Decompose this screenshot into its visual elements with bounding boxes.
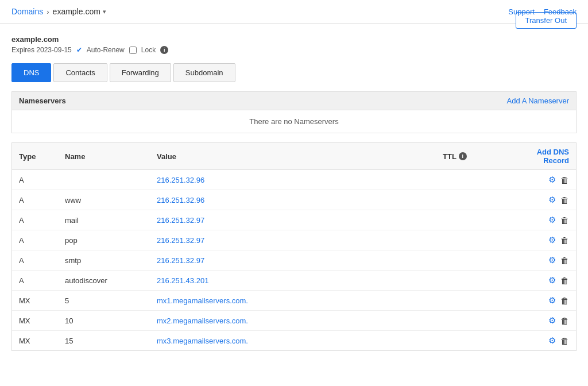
cell-type: A — [19, 276, 65, 285]
dns-records-table: Type Name Value TTL i Add DNS Record A 2… — [11, 142, 577, 351]
cell-actions: ⚙ 🗑 — [512, 175, 569, 185]
cell-type: A — [19, 216, 65, 225]
selected-domain-label: example.com — [53, 7, 100, 16]
cell-type: MX — [19, 296, 65, 305]
cell-value: 216.251.32.97 — [157, 256, 443, 265]
col-ttl: TTL i — [443, 152, 512, 161]
tab-subdomain[interactable]: Subdomain — [173, 63, 235, 82]
cell-type: A — [19, 196, 65, 204]
cell-value: 216.251.32.96 — [157, 196, 443, 204]
cell-actions: ⚙ 🗑 — [512, 335, 569, 346]
domain-selector[interactable]: example.com ▾ — [53, 7, 106, 16]
table-row: A smtp 216.251.32.97 ⚙ 🗑 — [12, 250, 576, 271]
cell-value: mx3.megamailservers.com. — [157, 337, 443, 345]
cell-name: mail — [65, 216, 157, 225]
col-type: Type — [19, 152, 65, 161]
add-nameserver-button[interactable]: Add A Nameserver — [507, 96, 569, 105]
nameservers-title: Nameservers — [19, 96, 66, 105]
cell-value: mx2.megamailservers.com. — [157, 316, 443, 325]
table-row: A pop 216.251.32.97 ⚙ 🗑 — [12, 230, 576, 250]
cell-value: mx1.megamailservers.com. — [157, 296, 443, 305]
cell-name: pop — [65, 236, 157, 245]
settings-icon[interactable]: ⚙ — [548, 335, 556, 346]
cell-name: www — [65, 196, 157, 204]
breadcrumb-separator: › — [47, 7, 49, 16]
cell-actions: ⚙ 🗑 — [512, 315, 569, 326]
ttl-info-icon[interactable]: i — [459, 152, 467, 160]
delete-icon[interactable]: 🗑 — [560, 296, 569, 306]
table-row: MX 5 mx1.megamailservers.com. ⚙ 🗑 — [12, 291, 576, 311]
cell-value: 216.251.43.201 — [157, 276, 443, 285]
settings-icon[interactable]: ⚙ — [548, 215, 556, 225]
tab-forwarding[interactable]: Forwarding — [110, 63, 171, 82]
header-actions: Support Feedback — [508, 7, 577, 16]
delete-icon[interactable]: 🗑 — [560, 175, 569, 185]
cell-actions: ⚙ 🗑 — [512, 195, 569, 205]
table-row: A autodiscover 216.251.43.201 ⚙ 🗑 — [12, 271, 576, 291]
domain-title: example.com — [11, 35, 577, 44]
nameservers-header: Nameservers Add A Nameserver — [12, 92, 576, 110]
auto-renew-label: Auto-Renew — [87, 46, 125, 54]
lock-checkbox[interactable] — [129, 47, 137, 54]
auto-renew-checkmark-icon: ✔ — [76, 46, 82, 54]
dns-rows-container: A 216.251.32.96 ⚙ 🗑 A www 216.251.32.96 … — [12, 170, 576, 350]
domain-meta: Expires 2023-09-15 ✔ Auto-Renew Lock i — [11, 46, 577, 54]
lock-label: Lock — [141, 46, 156, 54]
col-name: Name — [65, 152, 157, 161]
page-content: Transfer Out example.com Expires 2023-09… — [0, 24, 588, 351]
table-row: A 216.251.32.96 ⚙ 🗑 — [12, 170, 576, 190]
cell-type: A — [19, 256, 65, 265]
add-dns-record-button[interactable]: Add DNS Record — [512, 148, 569, 165]
cell-name: 5 — [65, 296, 157, 305]
support-link[interactable]: Support — [508, 7, 535, 16]
tabs-container: DNS Contacts Forwarding Subdomain — [11, 63, 577, 82]
settings-icon[interactable]: ⚙ — [548, 235, 556, 245]
dns-table-header: Type Name Value TTL i Add DNS Record — [12, 143, 576, 170]
cell-actions: ⚙ 🗑 — [512, 275, 569, 285]
cell-type: A — [19, 236, 65, 245]
table-row: A www 216.251.32.96 ⚙ 🗑 — [12, 190, 576, 210]
tab-contacts[interactable]: Contacts — [53, 63, 107, 82]
cell-value: 216.251.32.97 — [157, 236, 443, 245]
settings-icon[interactable]: ⚙ — [548, 195, 556, 205]
delete-icon[interactable]: 🗑 — [560, 336, 569, 346]
feedback-link[interactable]: Feedback — [544, 7, 577, 16]
delete-icon[interactable]: 🗑 — [560, 316, 569, 326]
cell-name: 10 — [65, 316, 157, 325]
cell-type: MX — [19, 316, 65, 325]
cell-actions: ⚙ 🗑 — [512, 215, 569, 225]
cell-name: autodiscover — [65, 276, 157, 285]
top-header: Domains › example.com ▾ Support Feedback — [0, 0, 588, 24]
cell-value: 216.251.32.96 — [157, 176, 443, 184]
delete-icon[interactable]: 🗑 — [560, 195, 569, 205]
lock-info-icon[interactable]: i — [160, 46, 168, 54]
settings-icon[interactable]: ⚙ — [548, 295, 556, 306]
table-row: A mail 216.251.32.97 ⚙ 🗑 — [12, 210, 576, 230]
cell-value: 216.251.32.97 — [157, 216, 443, 225]
settings-icon[interactable]: ⚙ — [548, 175, 556, 185]
nameservers-section: Nameservers Add A Nameserver There are n… — [11, 91, 577, 133]
delete-icon[interactable]: 🗑 — [560, 276, 569, 285]
cell-actions: ⚙ 🗑 — [512, 295, 569, 306]
breadcrumb-area: Domains › example.com ▾ — [11, 7, 106, 16]
settings-icon[interactable]: ⚙ — [548, 255, 556, 265]
settings-icon[interactable]: ⚙ — [548, 275, 556, 285]
delete-icon[interactable]: 🗑 — [560, 256, 569, 265]
table-row: MX 10 mx2.megamailservers.com. ⚙ 🗑 — [12, 311, 576, 331]
nameservers-empty-message: There are no Nameservers — [12, 110, 576, 133]
delete-icon[interactable]: 🗑 — [560, 215, 569, 225]
cell-type: MX — [19, 337, 65, 345]
chevron-down-icon: ▾ — [103, 8, 106, 16]
cell-actions: ⚙ 🗑 — [512, 255, 569, 265]
cell-actions: ⚙ 🗑 — [512, 235, 569, 245]
cell-name: smtp — [65, 256, 157, 265]
cell-name: 15 — [65, 337, 157, 345]
col-value: Value — [157, 152, 443, 161]
tab-dns[interactable]: DNS — [11, 63, 51, 82]
cell-type: A — [19, 176, 65, 184]
table-row: MX 15 mx3.megamailservers.com. ⚙ 🗑 — [12, 331, 576, 350]
settings-icon[interactable]: ⚙ — [548, 315, 556, 326]
expires-label: Expires 2023-09-15 — [11, 46, 72, 54]
delete-icon[interactable]: 🗑 — [560, 236, 569, 245]
breadcrumb-domains-link[interactable]: Domains — [11, 7, 43, 16]
